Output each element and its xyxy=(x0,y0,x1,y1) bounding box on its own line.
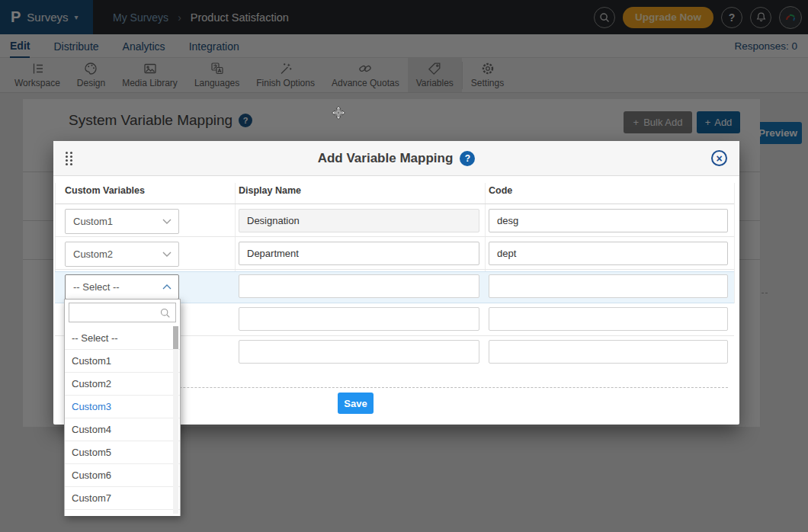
search-icon xyxy=(159,307,171,319)
dropdown-option[interactable]: Custom6 xyxy=(65,463,180,486)
dropdown-search-box xyxy=(69,303,176,322)
column-header-display-name: Display Name xyxy=(239,185,301,196)
dropdown-option[interactable]: -- Select -- xyxy=(65,326,180,349)
dropdown-partial-option xyxy=(65,509,180,516)
chevron-down-icon xyxy=(162,252,172,257)
display-name-input-row2[interactable] xyxy=(239,242,479,265)
modal-help-icon[interactable]: ? xyxy=(460,151,475,166)
dropdown-scrollbar[interactable] xyxy=(173,326,178,514)
display-name-input-row4[interactable] xyxy=(239,307,479,331)
code-input-row4[interactable] xyxy=(489,307,728,331)
code-input-row3[interactable] xyxy=(489,274,728,298)
column-header-custom-variables: Custom Variables xyxy=(65,185,145,196)
save-button[interactable]: Save xyxy=(338,393,374,414)
custom-variable-select-row2[interactable]: Custom2 xyxy=(65,242,179,267)
custom-variable-dropdown: -- Select -- Custom1 Custom2 Custom3 Cus… xyxy=(64,299,181,516)
chevron-up-icon xyxy=(162,284,172,290)
dropdown-option[interactable]: Custom7 xyxy=(65,486,180,509)
modal-header: Add Variable Mapping ? × xyxy=(53,141,739,176)
dropdown-option[interactable]: Custom2 xyxy=(65,372,180,395)
close-icon[interactable]: × xyxy=(711,150,727,166)
code-input-row2[interactable] xyxy=(489,242,728,265)
custom-variable-select-row1[interactable]: Custom1 xyxy=(65,209,179,234)
dropdown-search-input[interactable] xyxy=(69,307,159,318)
code-input-row5[interactable] xyxy=(489,340,728,364)
display-name-input-row1[interactable] xyxy=(239,209,479,232)
chevron-down-icon xyxy=(162,219,172,224)
code-input-row1[interactable] xyxy=(489,209,728,232)
drag-dots-icon xyxy=(66,152,68,154)
display-name-input-row5[interactable] xyxy=(239,340,479,364)
drag-handle[interactable] xyxy=(65,151,74,166)
modal-title: Add Variable Mapping xyxy=(318,151,454,166)
dropdown-scrollbar-thumb[interactable] xyxy=(173,326,178,349)
dropdown-options-list: -- Select -- Custom1 Custom2 Custom3 Cus… xyxy=(65,326,180,516)
dropdown-option[interactable]: Custom3 xyxy=(65,395,180,418)
dropdown-option[interactable]: Custom1 xyxy=(65,349,180,372)
column-header-code: Code xyxy=(489,185,512,196)
display-name-input-row3[interactable] xyxy=(239,274,479,298)
dropdown-option[interactable]: Custom5 xyxy=(65,441,180,463)
dropdown-option[interactable]: Custom4 xyxy=(65,418,180,441)
custom-variable-select-row3[interactable]: -- Select -- xyxy=(65,274,179,300)
